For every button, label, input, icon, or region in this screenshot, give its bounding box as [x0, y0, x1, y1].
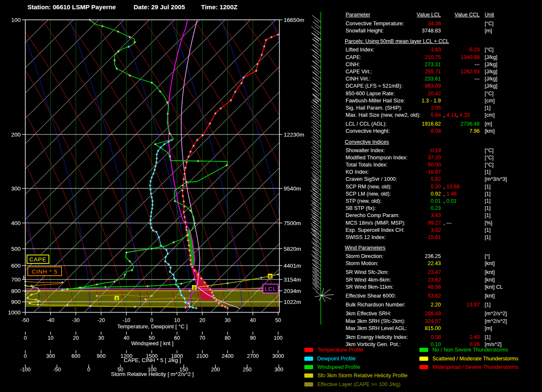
unit-label: [1] [485, 191, 491, 198]
value-lcl: 0.92 [345, 191, 441, 198]
legend-label: Scattered / Moderate Thunderstorms [432, 356, 518, 362]
value-lcl: -15.61 [345, 234, 441, 241]
value-segment: 13.97 [467, 302, 480, 308]
value-lcl: 99.27 [345, 220, 441, 227]
severity-legend: No / Non Severe ThunderstormsScattered /… [419, 346, 518, 371]
severity-legend-item: No / Non Severe Thunderstorms [419, 346, 518, 354]
svg-text:-20: -20 [97, 317, 105, 323]
svg-text:30: 30 [225, 317, 231, 323]
value-segment: 0.01 [446, 198, 456, 204]
value-segment: 3.32 [431, 227, 441, 233]
pressure-axis: 1002003004005006007008009001000 [8, 17, 25, 316]
value-segment: -15.61 [426, 234, 441, 240]
svg-text:70: 70 [199, 335, 205, 341]
value-segment: 2.40 [470, 334, 480, 340]
parameter-row: CINH Virt.:233.61---[J/kg] [345, 75, 542, 83]
value-segment: 3.43 [431, 212, 441, 218]
svg-text:1: 1 [115, 296, 118, 301]
unit-label: [°C] [485, 147, 494, 154]
unit-label: [J/kg] [485, 68, 497, 75]
parameter-row: Convective Height:8.087.96[km] [345, 128, 542, 135]
svg-text:900: 900 [97, 353, 106, 359]
value-extra: , 1.46 [443, 191, 456, 198]
value-lcl: -0.19 [345, 147, 441, 154]
svg-text:600: 600 [11, 263, 21, 269]
value-lcl: 3.32 [345, 227, 441, 234]
bottom-axis-0: -50-40-30-20-1001020304050Temperature, D… [21, 312, 281, 330]
parameter-row: SR Wind 9km-11km:48.56[knt] CL [345, 284, 542, 291]
legend-swatch-icon [419, 357, 428, 361]
parameter-row: Convective Temperature:34.36[°C] [345, 20, 542, 27]
svg-text:200: 200 [211, 367, 220, 373]
parameter-row: Bulk Richardson Number:2.2013.97[1] [345, 301, 542, 309]
unit-label: [°C] [485, 90, 494, 97]
value-segment: 50.00 [428, 162, 441, 168]
legend-label: Windspeed Profile [317, 364, 360, 370]
svg-text:900: 900 [11, 299, 21, 305]
legend-swatch-icon [304, 348, 313, 352]
svg-text:80: 80 [225, 335, 231, 341]
unit-label: [J/kg] [485, 75, 497, 83]
value-ccl: 2736.48 [345, 121, 480, 128]
value-lcl: 34.36 [345, 20, 441, 27]
severity-legend-item: Scattered / Moderate Thunderstorms [419, 354, 518, 362]
parameter-row: CAPE Virt.:255.711262.93[J/kg] [345, 68, 542, 75]
svg-text:60: 60 [174, 335, 180, 341]
marker-2: 2 [192, 285, 197, 290]
value-segment: 236.25 [425, 253, 441, 259]
svg-text:1000: 1000 [8, 309, 21, 316]
svg-text:2400: 2400 [222, 353, 233, 359]
value-segment: 0.23 [431, 205, 441, 211]
svg-text:800: 800 [11, 288, 21, 294]
unit-label: [1] [485, 205, 491, 212]
value-lcl: 20.42 [345, 90, 441, 97]
svg-text:0: 0 [150, 317, 153, 323]
panel-column-header: ParameterValue LCLValue CCLUnit [345, 11, 542, 20]
unit-label: [°C] [485, 161, 494, 169]
parameter-row: SWISS 12 Index:-15.61[1] [345, 234, 542, 241]
unit-label: [m^3/s^3] [485, 176, 507, 183]
unit-label: [m^2/s^2] [485, 310, 507, 317]
parameter-panel: ParameterValue LCLValue CCLUnitConvectiv… [345, 11, 542, 348]
value-segment: 4.33 [459, 112, 470, 118]
value-segment: 20.42 [428, 91, 441, 97]
value-ccl: 1340.68 [345, 54, 480, 61]
svg-text:30: 30 [98, 335, 104, 341]
legend-swatch-icon [419, 365, 428, 369]
column-header-unit: Unit [485, 11, 494, 19]
parameter-row: CINH:273.31---[J/kg] [345, 61, 542, 68]
svg-text:40: 40 [123, 335, 129, 341]
unit-label: [knt] CL [485, 284, 503, 291]
svg-text:0: 0 [24, 353, 27, 359]
unit-label: [1] [485, 105, 491, 112]
value-lcl: -16.97 [345, 169, 441, 176]
svg-text:400: 400 [11, 220, 21, 226]
value-segment: 2.05 [431, 105, 441, 111]
profile-legend-item: Effective Layer (CAPE >= 100 J/kg) [304, 380, 408, 389]
value-ccl: 13.97 [345, 301, 480, 309]
value-segment: -5.23 [468, 47, 480, 53]
svg-text:100: 100 [11, 17, 21, 23]
unit-label: [1] [485, 227, 491, 234]
value-extra: , 4.14, 4.33 [443, 112, 470, 119]
parameter-row: DCAPE (LFS = 521mB):863.09[J/kg] [345, 83, 542, 90]
value-segment: , [443, 220, 446, 226]
svg-text:3000: 3000 [272, 353, 284, 359]
value-segment: 0.92 [431, 191, 441, 197]
value-segment: --- [446, 220, 452, 226]
value-segment: 1340.68 [461, 54, 480, 60]
value-lcl: 0.23 [345, 205, 441, 212]
parameter-row: KO Index:-16.97[1] [345, 169, 542, 176]
value-ccl: 2.40 [345, 334, 480, 341]
value-ccl: 1262.93 [345, 68, 480, 75]
unit-label: [1] [485, 198, 491, 205]
parameter-row: Lifted Index:-1.83-5.23[°C] [345, 46, 542, 54]
profile-legend-item: Temperature Profile [304, 346, 408, 354]
value-segment: 286.49 [425, 311, 441, 317]
value-lcl: 236.25 [345, 253, 441, 260]
unit-label: [m^2/s^2] [485, 318, 507, 325]
parameter-row: Storm Direction:236.25[°] [345, 253, 542, 260]
parameter-row: SR Wind Sfc-2km:23.47[knt] [345, 269, 542, 276]
parameter-row: LCL / CCL (AGL):1916.822736.48[m] [345, 121, 542, 128]
unit-label: [knt] [485, 260, 495, 267]
